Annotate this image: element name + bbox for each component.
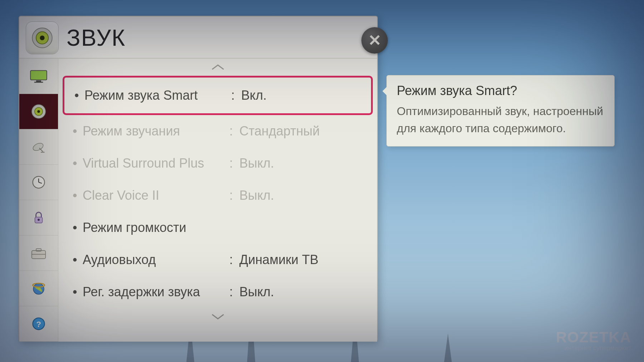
bullet-icon: • bbox=[73, 157, 83, 170]
item-value: Выкл. bbox=[239, 284, 368, 299]
sidebar-item-picture[interactable] bbox=[19, 59, 58, 94]
item-virtual-surround: • Virtual Surround Plus : Выкл. bbox=[58, 147, 377, 179]
briefcase-icon bbox=[29, 244, 49, 262]
item-colon: : bbox=[229, 252, 239, 267]
item-value: Выкл. bbox=[239, 156, 368, 171]
sidebar-item-channel[interactable] bbox=[19, 129, 58, 165]
watermark-brand: ROZETKA bbox=[556, 329, 631, 346]
sidebar-item-time[interactable] bbox=[19, 165, 58, 200]
item-colon: : bbox=[231, 88, 241, 103]
sound-icon bbox=[26, 21, 59, 54]
sound-settings-dialog: ✕ ЗВУК bbox=[19, 16, 378, 342]
item-colon: : bbox=[229, 188, 239, 203]
svg-point-8 bbox=[37, 110, 40, 113]
item-colon: : bbox=[229, 156, 239, 171]
chevron-down-icon bbox=[211, 313, 225, 320]
settings-list: • Режим звука Smart : Вкл. • Режим звуча… bbox=[58, 59, 377, 342]
svg-point-2 bbox=[40, 35, 44, 40]
item-clear-voice: • Clear Voice II : Выкл. bbox=[58, 179, 377, 212]
sidebar-item-option[interactable] bbox=[19, 235, 58, 271]
item-volume-mode[interactable]: • Режим громкости bbox=[58, 212, 377, 244]
bullet-icon: • bbox=[73, 286, 83, 298]
item-av-sync[interactable]: • Рег. задержки звука : Выкл. bbox=[58, 276, 377, 308]
dialog-title: ЗВУК bbox=[67, 25, 126, 51]
speaker-icon bbox=[29, 103, 49, 120]
item-label: Аудиовыход bbox=[83, 252, 229, 267]
item-label: Virtual Surround Plus bbox=[83, 156, 229, 171]
dialog-header: ЗВУК bbox=[19, 16, 377, 58]
svg-rect-5 bbox=[34, 82, 43, 83]
item-label: Режим громкости bbox=[83, 220, 229, 235]
item-audio-output[interactable]: • Аудиовыход : Динамики ТВ bbox=[58, 244, 377, 276]
item-smart-sound-mode[interactable]: • Режим звука Smart : Вкл. bbox=[63, 76, 373, 115]
svg-rect-3 bbox=[30, 70, 47, 80]
svg-rect-4 bbox=[36, 80, 41, 82]
bullet-icon: • bbox=[73, 253, 83, 266]
bullet-icon: • bbox=[73, 221, 83, 234]
tooltip-title: Режим звука Smart? bbox=[397, 83, 604, 98]
item-label: Режим звука Smart bbox=[84, 88, 231, 103]
item-label: Режим звучания bbox=[83, 124, 229, 139]
item-value: Вкл. bbox=[241, 88, 362, 103]
item-label: Рег. задержки звука bbox=[83, 284, 229, 299]
globe-icon bbox=[29, 280, 49, 297]
help-icon: ? bbox=[29, 315, 49, 332]
bullet-icon: • bbox=[73, 189, 83, 202]
sidebar-item-lock[interactable] bbox=[19, 200, 58, 235]
sidebar-item-network[interactable] bbox=[19, 271, 58, 306]
item-sound-mode: • Режим звучания : Стандартный bbox=[58, 115, 377, 147]
scroll-up-button[interactable] bbox=[58, 59, 377, 76]
help-tooltip: Режим звука Smart? Оптимизированный звук… bbox=[386, 75, 615, 147]
clock-icon bbox=[29, 174, 49, 191]
category-sidebar: ? bbox=[19, 59, 58, 342]
bullet-icon: • bbox=[73, 125, 83, 138]
item-colon: : bbox=[229, 124, 239, 139]
item-label: Clear Voice II bbox=[83, 188, 229, 203]
sidebar-item-sound[interactable] bbox=[19, 94, 58, 129]
sidebar-item-support[interactable]: ? bbox=[19, 306, 58, 342]
close-button[interactable]: ✕ bbox=[361, 27, 388, 54]
chevron-up-icon bbox=[211, 64, 225, 71]
item-value: Стандартный bbox=[239, 124, 368, 139]
item-value: Выкл. bbox=[239, 188, 368, 203]
satellite-icon bbox=[29, 138, 49, 155]
monitor-icon bbox=[29, 68, 49, 85]
close-icon: ✕ bbox=[368, 33, 381, 48]
svg-text:?: ? bbox=[36, 320, 41, 329]
svg-point-16 bbox=[38, 219, 40, 221]
watermark: ROZETKA интернет супермаркет bbox=[556, 329, 631, 352]
item-value: Динамики ТВ bbox=[239, 252, 368, 267]
watermark-tagline: интернет супермаркет bbox=[556, 344, 631, 352]
bg-tower bbox=[444, 333, 452, 362]
bullet-icon: • bbox=[74, 89, 84, 102]
dialog-body: ? • Режим звука Smart : Вкл. • Режим зву… bbox=[19, 58, 377, 342]
lock-icon bbox=[29, 209, 49, 226]
item-colon: : bbox=[229, 284, 239, 299]
scroll-down-button[interactable] bbox=[58, 308, 377, 325]
svg-point-9 bbox=[32, 142, 44, 152]
tooltip-body: Оптимизированный звук, настроенный для к… bbox=[397, 103, 604, 137]
